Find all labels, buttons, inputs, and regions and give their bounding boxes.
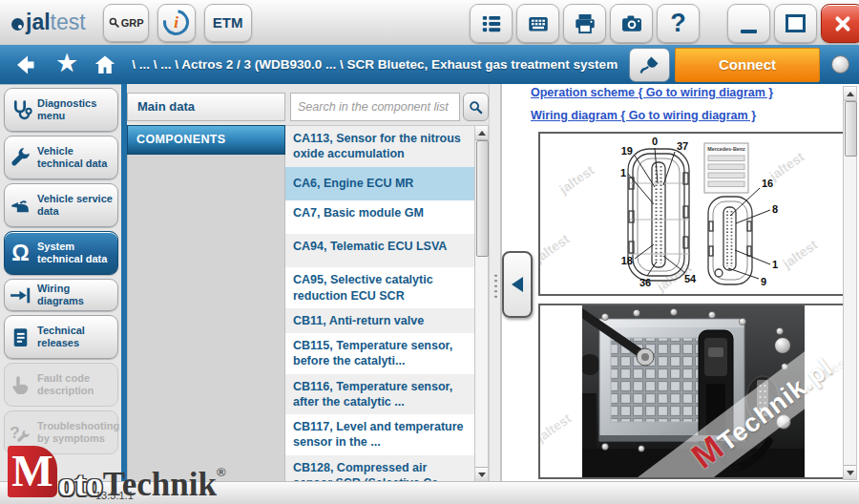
- component-item[interactable]: CB116, Temperature sensor, after the cat…: [285, 374, 474, 415]
- etm-button[interactable]: ETM: [204, 4, 252, 42]
- scroll-up-button[interactable]: [844, 87, 856, 101]
- close-button[interactable]: [821, 4, 859, 43]
- keyboard-button[interactable]: [516, 4, 559, 43]
- grp-label: GRP: [121, 17, 144, 29]
- logo-text-bold: jal: [26, 11, 51, 33]
- jaltest-watermark: jaltest: [538, 410, 574, 445]
- favorites-button[interactable]: ★: [55, 51, 78, 76]
- component-item[interactable]: CA7, Basic module GM: [285, 200, 474, 234]
- top-toolbar: jaltest GRP i ETM: [0, 0, 859, 46]
- sidebar-item-vehicle-service-data[interactable]: Vehicle service data: [4, 183, 118, 227]
- pin-label: 37: [677, 140, 688, 152]
- scrollbar-thumb[interactable]: [476, 140, 489, 257]
- component-search-input[interactable]: [290, 93, 460, 121]
- panel-splitter[interactable]: [489, 84, 501, 482]
- menu-list-icon: [479, 11, 504, 36]
- maximize-icon: [786, 14, 806, 32]
- sidebar-item-label: Troubleshooting by symptoms: [37, 420, 119, 445]
- connection-status-indicator: [831, 55, 849, 74]
- component-item[interactable]: CB115, Temperature sensor, before the ca…: [285, 333, 474, 374]
- window-controls: [727, 4, 859, 43]
- pin-label: 54: [684, 273, 697, 284]
- component-item[interactable]: CB11, Anti-return valve: [285, 308, 474, 333]
- arrow-down-icon: [478, 472, 486, 477]
- component-item[interactable]: CA94, Telematic ECU LSVA: [285, 234, 474, 267]
- connector-pinout-drawing: 19 0 37 1 18 36 54 16 8 1 9 Mercedes-Ben…: [540, 134, 847, 294]
- jaltest-logo: jaltest: [11, 11, 86, 33]
- arrow-up-icon: [847, 92, 854, 96]
- print-button[interactable]: [563, 4, 606, 43]
- keyboard-icon: [526, 11, 551, 36]
- ecu-photo: [582, 305, 805, 479]
- sidebar-item-diagnostics-menu[interactable]: Diagnostics menu: [4, 88, 118, 132]
- toolbar-button-group: GRP i ETM: [103, 4, 252, 42]
- connector-diagram: jaltest jaltest jaltest jaltest jaltest: [538, 132, 849, 296]
- pin-label: 18: [621, 255, 633, 266]
- help-icon: ?: [670, 9, 686, 38]
- wiring-arrow-icon: [8, 283, 33, 308]
- info-button[interactable]: i: [157, 4, 196, 42]
- registered-mark: ®: [217, 465, 226, 479]
- component-item[interactable]: CB117, Level and temperature sensor in t…: [285, 414, 474, 455]
- navigation-bar: ★ \ ... \ ... \ Actros 2 / 3 (WDB930.0 .…: [0, 45, 859, 85]
- scroll-up-button[interactable]: [475, 126, 488, 140]
- pin-label: 9: [761, 276, 766, 287]
- component-item-selected[interactable]: CA6, Engine ECU MR: [285, 167, 474, 200]
- sidebar: Diagnostics menu Vehicle technical data …: [0, 84, 121, 454]
- component-item[interactable]: CB128, Compressed air sensor SCR (Select…: [285, 455, 474, 483]
- jaltest-app-window: jaltest GRP i ETM: [0, 0, 859, 504]
- arrow-down-icon: [847, 471, 854, 475]
- oil-can-icon: [8, 193, 33, 219]
- component-list-scrollbar[interactable]: [474, 125, 489, 482]
- sidebar-item-fault-code-description: Fault code description: [4, 363, 118, 407]
- home-icon: [93, 53, 117, 76]
- sidebar-item-label: System technical data: [37, 241, 115, 265]
- sidebar-item-wiring-diagrams[interactable]: Wiring diagrams: [4, 279, 118, 311]
- camera-button[interactable]: [610, 4, 653, 43]
- sidebar-item-label: Diagnostics menu: [37, 97, 115, 122]
- pin-label: 0: [652, 136, 658, 147]
- sidebar-item-technical-releases[interactable]: Technical releases: [4, 315, 118, 359]
- sidebar-item-system-technical-data[interactable]: Ω System technical data: [4, 231, 118, 275]
- component-item[interactable]: CA113, Sensor for the nitrous oxide accu…: [285, 126, 474, 167]
- diagnostics-connector-button[interactable]: [629, 48, 670, 82]
- pin-label: 16: [762, 178, 773, 189]
- operation-scheme-link[interactable]: Operation scheme { Go to wiring diagram …: [531, 86, 773, 99]
- scroll-down-button[interactable]: [844, 465, 856, 479]
- sidebar-item-label: Technical releases: [37, 325, 115, 349]
- scroll-down-button[interactable]: [475, 467, 488, 481]
- wiring-diagram-link[interactable]: Wiring diagram { Go to wiring diagram }: [531, 109, 773, 122]
- tab-main-data[interactable]: Main data: [127, 93, 285, 121]
- sidebar-item-label: Vehicle technical data: [37, 145, 115, 170]
- maximize-button[interactable]: [774, 4, 817, 43]
- search-icon: [468, 99, 484, 116]
- minimize-button[interactable]: [727, 4, 770, 43]
- component-item[interactable]: CA95, Selective catalytic reduction ECU …: [285, 267, 474, 308]
- etm-label: ETM: [213, 14, 243, 31]
- toolbar-icon-group: ?: [470, 4, 700, 43]
- connect-button[interactable]: Connect: [675, 48, 820, 82]
- menu-list-button[interactable]: [470, 4, 513, 43]
- scrollbar-thumb[interactable]: [845, 101, 857, 157]
- jaltest-dot-icon: [11, 18, 24, 31]
- component-panel: Main data COMPONENTS CA113, Sensor for t…: [127, 84, 489, 482]
- component-photo: jaltest jaltest: [538, 304, 849, 479]
- back-button[interactable]: [14, 53, 43, 76]
- category-components[interactable]: COMPONENTS: [127, 125, 285, 155]
- info-icon: i: [158, 5, 195, 41]
- detail-panel: Operation scheme { Go to wiring diagram …: [501, 84, 859, 482]
- close-icon: [832, 13, 853, 34]
- brand-plate: Mercedes-Benz: [704, 143, 748, 193]
- detail-panel-scrollbar[interactable]: [843, 86, 857, 480]
- grp-button[interactable]: GRP: [103, 4, 149, 42]
- sidebar-item-vehicle-technical-data[interactable]: Vehicle technical data: [4, 136, 118, 179]
- back-arrow-icon: [14, 53, 43, 76]
- sidebar-item-label: Wiring diagrams: [37, 283, 115, 307]
- plug-icon: [639, 53, 661, 76]
- collapse-panel-button[interactable]: [502, 251, 533, 318]
- wrench-icon: [8, 145, 33, 171]
- help-button[interactable]: ?: [657, 4, 700, 43]
- component-search-button[interactable]: [463, 93, 489, 121]
- home-button[interactable]: [93, 53, 117, 76]
- printer-icon: [573, 11, 597, 36]
